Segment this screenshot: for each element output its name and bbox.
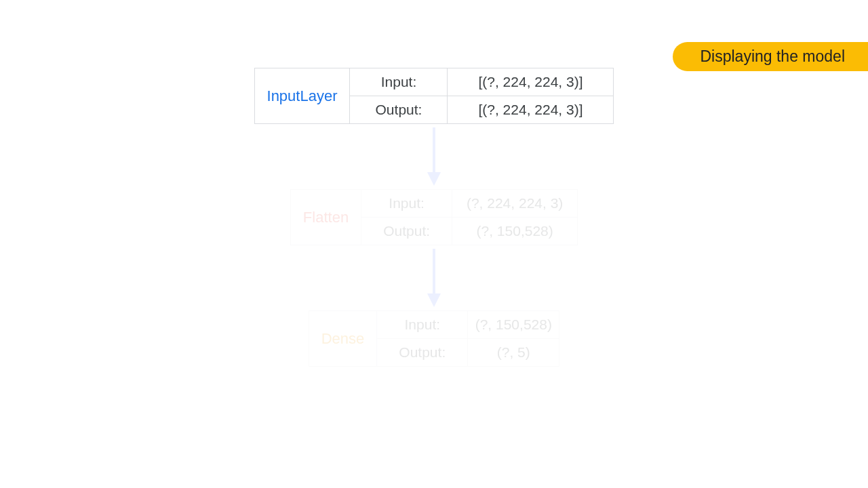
- model-diagram: InputLayer Input: [(?, 224, 224, 3)] Out…: [0, 68, 868, 367]
- row-value: (?, 150,528): [452, 218, 577, 245]
- layer-row-output: Output: (?, 5): [377, 338, 559, 366]
- layer-row-input: Input: (?, 224, 224, 3): [361, 190, 577, 217]
- arrow-down-icon: [425, 245, 443, 310]
- row-label: Output:: [377, 339, 468, 366]
- layer-rows: Input: [(?, 224, 224, 3)] Output: [(?, 2…: [350, 68, 613, 123]
- row-value: (?, 224, 224, 3): [452, 190, 577, 217]
- layer-row-input: Input: [(?, 224, 224, 3)]: [350, 68, 613, 96]
- layer-node-dense: Dense Input: (?, 150,528) Output: (?, 5): [309, 310, 560, 367]
- row-value: (?, 5): [468, 339, 559, 366]
- layer-row-output: Output: (?, 150,528): [361, 217, 577, 245]
- row-value: [(?, 224, 224, 3)]: [448, 68, 613, 96]
- layer-row-input: Input: (?, 150,528): [377, 311, 559, 338]
- row-label: Input:: [361, 190, 452, 217]
- row-label: Input:: [377, 311, 468, 338]
- row-value: [(?, 224, 224, 3)]: [448, 96, 613, 123]
- layer-row-output: Output: [(?, 224, 224, 3)]: [350, 96, 613, 123]
- svg-marker-3: [427, 293, 441, 307]
- layer-name: InputLayer: [255, 68, 351, 123]
- layer-name: Flatten: [291, 190, 361, 245]
- svg-marker-1: [427, 172, 441, 186]
- arrow-down-icon: [425, 124, 443, 189]
- row-value: (?, 150,528): [468, 311, 559, 338]
- row-label: Input:: [350, 68, 448, 96]
- layer-rows: Input: (?, 150,528) Output: (?, 5): [377, 311, 559, 366]
- layer-name: Dense: [309, 311, 378, 366]
- banner-title: Displaying the model: [700, 47, 845, 65]
- row-label: Output:: [350, 96, 448, 123]
- layer-node-flatten: Flatten Input: (?, 224, 224, 3) Output: …: [290, 189, 578, 245]
- layer-node-inputlayer: InputLayer Input: [(?, 224, 224, 3)] Out…: [254, 68, 614, 124]
- row-label: Output:: [361, 218, 452, 245]
- layer-rows: Input: (?, 224, 224, 3) Output: (?, 150,…: [361, 190, 577, 245]
- section-banner: Displaying the model: [673, 42, 868, 71]
